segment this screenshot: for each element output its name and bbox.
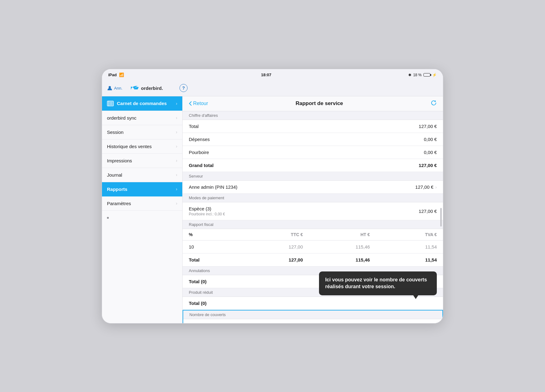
- grand-total-label: Grand total: [189, 163, 214, 168]
- scroll-indicator: [440, 208, 442, 227]
- fiscal-total-row: Total 127,00 115,46 11,54: [183, 253, 443, 266]
- chevron-right-icon: ›: [176, 130, 177, 134]
- total-ca-label: Total: [189, 124, 199, 129]
- report-header: Retour Rapport de service: [183, 96, 443, 111]
- produit-reduit-total-label: Total (0): [189, 301, 206, 306]
- espece-label: Espèce (3): [189, 206, 225, 211]
- back-label: Retour: [193, 101, 208, 106]
- row-couverts-total: Total 6: [183, 319, 442, 323]
- main-content: Carnet de commandes › orderbird sync › S…: [102, 96, 443, 323]
- status-bar-left: iPad 📶: [108, 73, 124, 77]
- charging-icon: ⚡: [432, 73, 437, 77]
- sidebar-item-rapports[interactable]: Rapports ›: [102, 182, 182, 196]
- fiscal-pct-10: 10: [189, 244, 238, 249]
- sidebar-label-journal: Journal: [107, 172, 122, 178]
- row-serveur[interactable]: Anne admin (PIN 1234) 127,00 € ›: [183, 181, 443, 194]
- fiscal-ttc-10: 127,00: [238, 244, 303, 249]
- svg-point-0: [109, 86, 111, 88]
- sidebar-item-carnet[interactable]: Carnet de commandes ›: [102, 96, 182, 111]
- row-total-ca: Total 127,00 €: [183, 120, 443, 133]
- serveur-name: Anne admin (PIN 1234): [189, 184, 237, 190]
- section-rapport-fiscal: Rapport fiscal: [183, 220, 443, 229]
- sidebar-label-carnet: Carnet de commandes: [117, 101, 167, 106]
- chevron-left-icon: [189, 101, 192, 106]
- report-title: Rapport de service: [295, 100, 343, 107]
- pourboire-value: 0,00 €: [424, 150, 437, 155]
- report-panel: Retour Rapport de service Chiffre d'affa…: [183, 96, 443, 323]
- sidebar-item-sync[interactable]: orderbird sync ›: [102, 111, 182, 125]
- ann-button[interactable]: Ann.: [107, 85, 122, 91]
- battery-percent: 18 %: [413, 73, 422, 77]
- scroll-dot: [107, 217, 109, 219]
- sidebar: Carnet de commandes › orderbird sync › S…: [102, 96, 183, 323]
- bluetooth-icon: ✱: [408, 73, 411, 77]
- tooltip: Ici vous pouvez voir le nombre de couver…: [319, 271, 437, 295]
- annulations-total-label: Total (0): [189, 279, 206, 284]
- status-bar-time: 18:07: [261, 73, 271, 77]
- couverts-total-value: 6: [434, 323, 436, 323]
- person-icon: [107, 85, 113, 91]
- col-header-ht: HT €: [303, 232, 370, 237]
- help-button[interactable]: ?: [179, 84, 188, 92]
- ann-label: Ann.: [114, 86, 122, 90]
- chevron-right-icon: ›: [176, 144, 177, 149]
- col-header-pct: %: [189, 232, 238, 237]
- orderbird-logo: orderbird.: [129, 84, 163, 92]
- bird-logo-icon: [129, 84, 140, 92]
- total-ca-value: 127,00 €: [419, 124, 437, 129]
- row-espece: Espèce (3) Pourboire incl.: 0,00 € 127,0…: [183, 202, 443, 220]
- espece-sublabel: Pourboire incl.: 0,00 €: [189, 212, 225, 216]
- row-grand-total: Grand total 127,00 €: [183, 159, 443, 172]
- row-pourboire: Pourboire 0,00 €: [183, 146, 443, 159]
- sidebar-label-rapports: Rapports: [107, 187, 127, 192]
- fiscal-total-label: Total: [189, 257, 238, 262]
- depenses-value: 0,00 €: [424, 137, 437, 142]
- sidebar-label-sync: orderbird sync: [107, 115, 136, 121]
- chevron-right-icon: ›: [176, 187, 177, 192]
- fiscal-data-row: 10 127,00 115,46 11,54: [183, 240, 443, 253]
- grand-total-value: 127,00 €: [419, 163, 437, 168]
- battery-icon: [423, 73, 430, 77]
- sidebar-label-impressions: Impressions: [107, 158, 132, 163]
- couverts-box: Nombre de couverts Total 6: [183, 310, 443, 323]
- sidebar-item-parametres[interactable]: Paramètres ›: [102, 196, 182, 211]
- sidebar-label-session: Session: [107, 130, 123, 135]
- section-modes-paiement: Modes de paiement: [183, 194, 443, 202]
- book-icon: [107, 101, 114, 106]
- app-header: Ann. orderbird. ?: [102, 80, 443, 96]
- chevron-right-icon: ›: [176, 115, 177, 120]
- sidebar-item-journal[interactable]: Journal ›: [102, 168, 182, 182]
- device-label: iPad: [108, 73, 117, 77]
- sidebar-item-historique[interactable]: Historique des ventes ›: [102, 139, 182, 154]
- help-symbol: ?: [182, 86, 185, 90]
- fiscal-ht-10: 115,46: [303, 244, 370, 249]
- fiscal-total-ht: 115,46: [303, 257, 370, 262]
- fiscal-header-row: % TTC € HT € TVA €: [183, 229, 443, 240]
- section-chiffre-affaires: Chiffre d'affaires: [183, 111, 443, 120]
- logo-text: orderbird.: [141, 86, 163, 91]
- fiscal-total-tva: 11,54: [370, 257, 437, 262]
- row-produit-reduit-total: Total (0): [183, 297, 443, 310]
- fiscal-tva-10: 11,54: [370, 244, 437, 249]
- refresh-button[interactable]: [431, 100, 437, 108]
- serveur-value: 127,00 € ›: [415, 184, 437, 190]
- sidebar-item-impressions[interactable]: Impressions ›: [102, 154, 182, 168]
- sidebar-label-parametres: Paramètres: [107, 201, 131, 206]
- pourboire-label: Pourboire: [189, 150, 209, 155]
- refresh-icon: [431, 100, 437, 106]
- sidebar-item-session[interactable]: Session ›: [102, 125, 182, 139]
- tooltip-text: Ici vous pouvez voir le nombre de couver…: [325, 277, 427, 289]
- report-body: Chiffre d'affaires Total 127,00 € Dépens…: [183, 111, 443, 323]
- back-button[interactable]: Retour: [189, 101, 208, 106]
- app-header-left: Ann. orderbird. ?: [107, 84, 188, 92]
- fiscal-table: % TTC € HT € TVA € 10 127,00 115,46 11,5…: [183, 229, 443, 266]
- couverts-total-label: Total: [189, 323, 200, 323]
- status-bar: iPad 📶 18:07 ✱ 18 % ⚡: [102, 69, 443, 80]
- wifi-icon: 📶: [119, 73, 124, 77]
- chevron-right-icon: ›: [176, 158, 177, 163]
- fiscal-total-ttc: 127,00: [238, 257, 303, 262]
- depenses-label: Dépenses: [189, 137, 210, 142]
- sidebar-label-historique: Historique des ventes: [107, 144, 152, 149]
- col-header-ttc: TTC €: [238, 232, 303, 237]
- chevron-right-icon: ›: [176, 201, 177, 206]
